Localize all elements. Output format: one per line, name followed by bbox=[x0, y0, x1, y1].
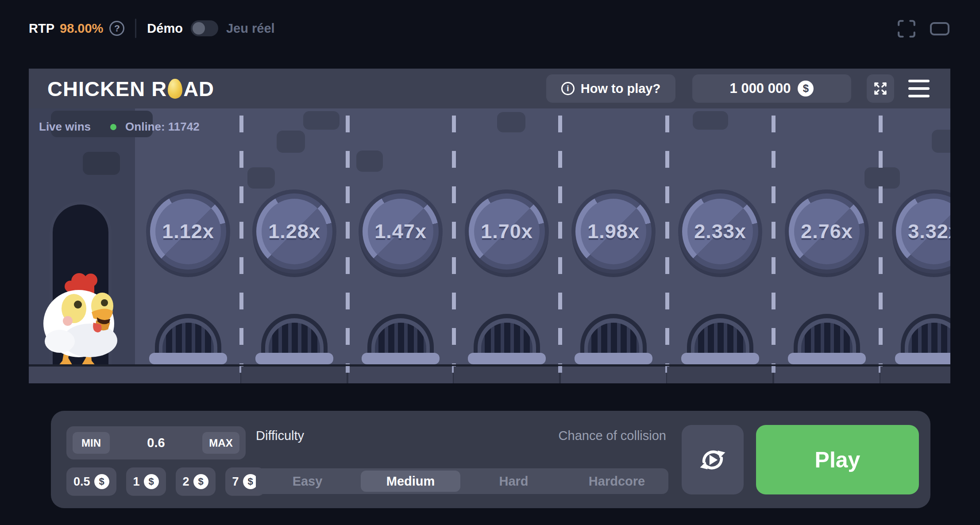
multiplier-label: 1.28x bbox=[268, 220, 320, 243]
difficulty-option-medium[interactable]: Medium bbox=[361, 471, 460, 492]
bet-chip-1[interactable]: 1$ bbox=[126, 467, 166, 496]
online-count: Online: 11742 bbox=[125, 120, 200, 134]
multiplier-label: 1.12x bbox=[162, 220, 214, 243]
manhole-face: 2.76x bbox=[794, 199, 860, 264]
multiplier-label: 1.98x bbox=[587, 220, 640, 243]
dollar-coin-icon: $ bbox=[144, 474, 159, 489]
multiplier-label: 2.76x bbox=[801, 220, 853, 243]
bet-amount-box: 0.6 MIN MAX bbox=[66, 426, 246, 459]
game-area: Live wins Online: 11742 bbox=[29, 108, 950, 383]
game-header: CHICKEN RAD i How to play? 1 000 000 $ bbox=[29, 69, 950, 108]
chip-value: 0.5 bbox=[73, 475, 90, 489]
sewer-grate bbox=[575, 312, 652, 364]
control-panel: 0.6 MIN MAX 0.5$1$2$7$ Difficulty Chance… bbox=[51, 411, 930, 508]
rtp-value: 98.00% bbox=[60, 21, 103, 36]
chicken-road-logo: CHICKEN RAD bbox=[47, 77, 214, 101]
sewer-grate bbox=[149, 312, 227, 364]
manhole-face: 1.47x bbox=[368, 199, 433, 264]
multiplier-label: 3.32x bbox=[908, 220, 950, 243]
max-bet-button[interactable]: MAX bbox=[202, 432, 239, 454]
expand-arrows-icon bbox=[872, 80, 889, 97]
dollar-coin-icon: $ bbox=[94, 474, 109, 489]
bet-chip-0.5[interactable]: 0.5$ bbox=[66, 467, 116, 496]
game-container: CHICKEN RAD i How to play? 1 000 000 $ bbox=[29, 69, 950, 383]
manhole-face: 1.28x bbox=[262, 199, 327, 264]
multiplier-circle: 1.70x bbox=[465, 189, 549, 274]
logo-text-right: AD bbox=[183, 77, 214, 101]
real-mode-label: Jeu réel bbox=[226, 21, 275, 36]
multiplier-label: 1.47x bbox=[374, 220, 427, 243]
lane-divider bbox=[452, 116, 456, 364]
lane-divider bbox=[772, 116, 776, 364]
difficulty-option-hardcore[interactable]: Hardcore bbox=[567, 471, 667, 492]
bet-chip-2[interactable]: 2$ bbox=[176, 467, 216, 496]
how-to-play-label: How to play? bbox=[581, 81, 660, 96]
chip-value: 7 bbox=[232, 475, 239, 489]
multiplier-circle: 1.47x bbox=[359, 189, 443, 274]
sewer-grate bbox=[362, 312, 440, 364]
live-wins-tab[interactable]: Live wins bbox=[39, 120, 91, 134]
road-patch bbox=[247, 167, 275, 189]
theater-mode-icon[interactable] bbox=[929, 19, 950, 39]
multiplier-circle: 2.76x bbox=[785, 189, 869, 274]
live-bar: Live wins Online: 11742 bbox=[39, 120, 200, 134]
logo-text-left: CHICKEN R bbox=[47, 77, 167, 101]
manhole-face: 2.33x bbox=[687, 199, 753, 264]
lane-divider bbox=[346, 116, 350, 364]
road-patch bbox=[303, 111, 340, 130]
autoplay-icon bbox=[696, 444, 729, 476]
dollar-coin-icon: $ bbox=[798, 81, 814, 97]
sewer-grate bbox=[255, 312, 333, 364]
top-bar: RTP 98.00% ? Démo Jeu réel bbox=[29, 17, 275, 40]
menu-button[interactable] bbox=[908, 80, 930, 97]
multiplier-circle: 1.12x bbox=[146, 189, 230, 274]
curb-segment bbox=[241, 367, 347, 383]
difficulty-option-easy[interactable]: Easy bbox=[258, 471, 357, 492]
curb-segment bbox=[454, 367, 560, 383]
multiplier-label: 2.33x bbox=[694, 220, 746, 243]
road-patch bbox=[693, 111, 728, 130]
how-to-play-button[interactable]: i How to play? bbox=[546, 74, 675, 103]
autoplay-button[interactable] bbox=[682, 425, 744, 494]
sewer-grate bbox=[681, 312, 759, 364]
multiplier-circle: 3.32x bbox=[892, 189, 950, 274]
menu-icon bbox=[908, 80, 930, 82]
question-circle-icon[interactable]: ? bbox=[109, 21, 124, 36]
difficulty-option-hard[interactable]: Hard bbox=[464, 471, 563, 492]
road-patch bbox=[83, 152, 120, 175]
curb-tick bbox=[346, 366, 350, 373]
curb-tick bbox=[772, 366, 776, 373]
road-patch bbox=[497, 112, 525, 132]
road: Live wins Online: 11742 bbox=[29, 108, 950, 364]
lane-divider bbox=[879, 116, 883, 364]
play-button[interactable]: Play bbox=[756, 425, 919, 494]
topbar-divider bbox=[135, 19, 136, 38]
fullscreen-icon[interactable] bbox=[896, 19, 917, 39]
lane-divider bbox=[239, 116, 243, 364]
multiplier-circle: 2.33x bbox=[678, 189, 762, 274]
multiplier-label: 1.70x bbox=[481, 220, 533, 243]
difficulty-label: Difficulty bbox=[256, 428, 304, 443]
road-patch bbox=[932, 130, 950, 153]
manhole-face: 1.12x bbox=[155, 199, 221, 264]
balance-display: 1 000 000 $ bbox=[692, 74, 851, 103]
road-patch bbox=[356, 151, 383, 172]
chicken-road-app: RTP 98.00% ? Démo Jeu réel CHICKEN RAD i… bbox=[0, 0, 980, 525]
bet-chips: 0.5$1$2$7$ bbox=[66, 467, 265, 496]
expand-button[interactable] bbox=[867, 74, 894, 103]
rtp-label: RTP bbox=[29, 21, 54, 36]
online-dot-icon bbox=[110, 124, 116, 130]
manhole-face: 1.98x bbox=[581, 199, 646, 264]
lane-divider bbox=[665, 116, 669, 364]
sewer-grate bbox=[895, 312, 950, 364]
lane-divider bbox=[558, 116, 562, 364]
golden-egg-icon bbox=[168, 79, 182, 99]
chicken-character bbox=[37, 270, 123, 364]
demo-real-toggle[interactable] bbox=[191, 20, 218, 36]
curb bbox=[29, 367, 950, 383]
toggle-knob bbox=[193, 22, 205, 35]
sewer-grate bbox=[788, 312, 866, 364]
dollar-coin-icon: $ bbox=[193, 474, 208, 489]
min-bet-button[interactable]: MIN bbox=[73, 432, 110, 454]
chip-value: 2 bbox=[183, 475, 189, 489]
